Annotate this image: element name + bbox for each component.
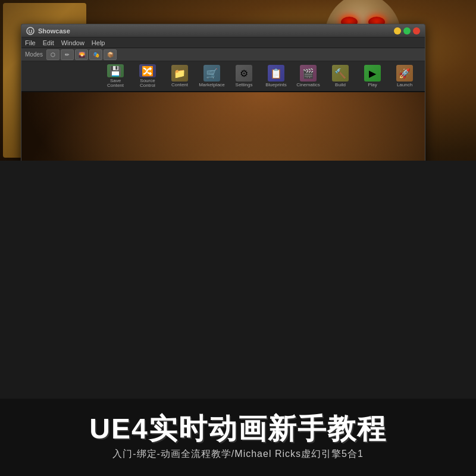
toolbar-play[interactable]: ▶ Play <box>357 62 388 90</box>
launch-icon: 🚀 <box>396 65 413 82</box>
footer-section: UE4实时动画新手教程 入门-绑定-动画全流程教学/Michael Ricks虚… <box>0 399 476 476</box>
menu-edit[interactable]: Edit <box>43 39 54 46</box>
menu-file[interactable]: File <box>25 39 36 46</box>
scene-container: U UNREAL ENGINE <box>21 92 425 161</box>
play-icon: ▶ <box>364 65 381 82</box>
toolbar-save-content[interactable]: 💾 Save Content <box>100 62 131 90</box>
menu-help[interactable]: Help <box>92 39 105 46</box>
top-scene-area: U Showcase File Edit Window Help Mode <box>0 0 476 161</box>
settings-label: Settings <box>236 83 253 87</box>
blueprints-icon: 📋 <box>268 65 284 82</box>
blueprints-label: Blueprints <box>265 83 287 87</box>
window-title: Showcase <box>38 27 70 35</box>
build-label: Build <box>335 83 346 87</box>
content-icon: 📁 <box>171 65 188 82</box>
marketplace-icon: 🛒 <box>203 65 220 82</box>
cinematics-icon: 🎬 <box>300 65 317 82</box>
main-title: UE4实时动画新手教程 <box>89 415 386 443</box>
settings-icon: ⚙ <box>236 65 252 82</box>
mode-btn-2[interactable]: ✏ <box>61 49 74 60</box>
mode-btn-1[interactable]: ⬡ <box>46 49 60 60</box>
play-label: Play <box>368 83 377 87</box>
mode-btn-5[interactable]: 📦 <box>104 49 117 60</box>
source-control-icon: 🔀 <box>139 64 156 77</box>
source-control-label: Source Control <box>134 79 161 88</box>
main-toolbar: 💾 Save Content 🔀 Source Control 📁 Conten… <box>21 61 425 92</box>
window-controls <box>394 27 420 35</box>
cinematics-label: Cinematics <box>296 83 320 87</box>
launch-label: Launch <box>397 83 412 87</box>
toolbar-launch[interactable]: 🚀 Launch <box>389 62 420 90</box>
title-bar: U Showcase <box>21 24 425 37</box>
ue-editor-window: U Showcase File Edit Window Help Mode <box>21 24 425 161</box>
svg-text:U: U <box>29 29 33 35</box>
close-button[interactable] <box>413 27 420 35</box>
minimize-button[interactable] <box>394 27 401 35</box>
toolbar-build[interactable]: 🔨 Build <box>325 62 356 90</box>
toolbar-cinematics[interactable]: 🎬 Cinematics <box>293 62 324 90</box>
subtitle: 入门-绑定-动画全流程教学/Michael Ricks虚幻引擎5合1 <box>112 448 364 461</box>
modes-toolbar: Modes ⬡ ✏ 🌄 🎭 📦 <box>21 48 425 61</box>
marketplace-label: Marketplace <box>199 83 225 87</box>
mode-btn-3[interactable]: 🌄 <box>75 49 88 60</box>
build-icon: 🔨 <box>332 65 349 82</box>
menu-window[interactable]: Window <box>61 39 84 46</box>
menu-bar: File Edit Window Help <box>21 37 425 48</box>
ue-logo-icon: U <box>26 27 35 35</box>
toolbar-blueprints[interactable]: 📋 Blueprints <box>261 62 292 90</box>
viewport-area: U UNREAL ENGINE <box>21 92 425 161</box>
content-label: Content <box>171 83 188 87</box>
mode-btn-4[interactable]: 🎭 <box>89 49 102 60</box>
toolbar-source-control[interactable]: 🔀 Source Control <box>132 62 163 90</box>
maximize-button[interactable] <box>403 27 411 35</box>
save-content-icon: 💾 <box>107 64 124 77</box>
save-content-label: Save Content <box>102 79 129 88</box>
toolbar-marketplace[interactable]: 🛒 Marketplace <box>196 62 227 90</box>
modes-label: Modes <box>25 51 43 58</box>
toolbar-settings[interactable]: ⚙ Settings <box>228 62 259 90</box>
toolbar-content[interactable]: 📁 Content <box>164 62 195 90</box>
